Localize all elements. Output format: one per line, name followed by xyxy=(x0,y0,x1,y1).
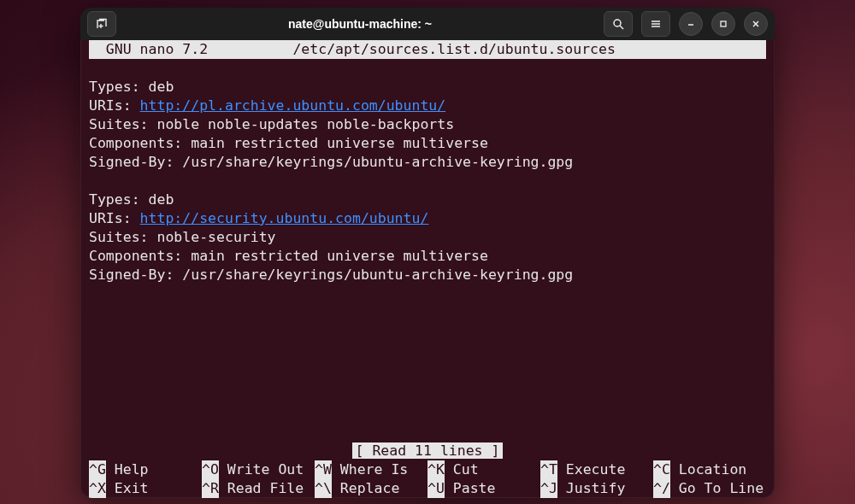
shortcut-execute: ^T Execute xyxy=(540,460,653,479)
nano-shortcuts: ^G Help ^O Write Out ^W Where Is ^K Cut … xyxy=(89,460,766,498)
uri-link-2[interactable]: http://security.ubuntu.com/ubuntu/ xyxy=(140,210,429,226)
svg-rect-6 xyxy=(721,21,726,26)
line-suites-2: Suites: noble-security xyxy=(89,229,276,245)
terminal-area[interactable]: GNU nano 7.2 /etc/apt/sources.list.d/ubu… xyxy=(80,40,775,498)
shortcut-cut: ^K Cut xyxy=(428,460,540,479)
menu-button[interactable] xyxy=(641,11,670,37)
nano-file: /etc/apt/sources.list.d/ubuntu.sources xyxy=(292,41,616,57)
nano-app: GNU nano 7.2 xyxy=(89,41,208,57)
shortcut-location: ^C Location xyxy=(653,460,766,479)
new-tab-button[interactable] xyxy=(87,11,116,37)
line-signed-1: Signed-By: /usr/share/keyrings/ubuntu-ar… xyxy=(89,154,573,170)
nano-status: [ Read 11 lines ] xyxy=(80,442,775,460)
line-types-2: Types: deb xyxy=(89,191,174,208)
search-button[interactable] xyxy=(604,11,633,37)
shortcut-gotoline: ^/ Go To Line xyxy=(653,479,766,498)
terminal-window: nate@ubuntu-machine: ~ GNU nano 7.2 /etc… xyxy=(80,8,775,498)
shortcut-replace: ^\ Replace xyxy=(315,479,428,498)
nano-header: GNU nano 7.2 /etc/apt/sources.list.d/ubu… xyxy=(89,40,766,59)
close-button[interactable] xyxy=(744,12,768,36)
line-uris-label-2: URIs: xyxy=(89,210,140,226)
uri-link-1[interactable]: http://pl.archive.ubuntu.com/ubuntu/ xyxy=(140,97,446,114)
shortcut-help: ^G Help xyxy=(89,460,202,479)
minimize-button[interactable] xyxy=(679,12,703,36)
line-components-1: Components: main restricted universe mul… xyxy=(89,135,488,151)
shortcut-justify: ^J Justify xyxy=(540,479,653,498)
titlebar: nate@ubuntu-machine: ~ xyxy=(80,8,775,40)
editor-content[interactable]: Types: deb URIs: http://pl.archive.ubunt… xyxy=(80,59,775,284)
svg-point-0 xyxy=(614,20,621,26)
shortcut-whereis: ^W Where Is xyxy=(315,460,428,479)
line-signed-2: Signed-By: /usr/share/keyrings/ubuntu-ar… xyxy=(89,267,573,283)
shortcut-paste: ^U Paste xyxy=(428,479,540,498)
line-uris-label-1: URIs: xyxy=(89,97,140,114)
line-types-1: Types: deb xyxy=(89,79,174,95)
maximize-button[interactable] xyxy=(711,12,735,36)
window-title: nate@ubuntu-machine: ~ xyxy=(123,17,597,31)
line-suites-1: Suites: noble noble-updates noble-backpo… xyxy=(89,116,454,132)
svg-line-1 xyxy=(620,26,623,29)
line-components-2: Components: main restricted universe mul… xyxy=(89,248,488,264)
shortcut-writeout: ^O Write Out xyxy=(202,460,315,479)
shortcut-exit: ^X Exit xyxy=(89,479,202,498)
shortcut-readfile: ^R Read File xyxy=(202,479,315,498)
